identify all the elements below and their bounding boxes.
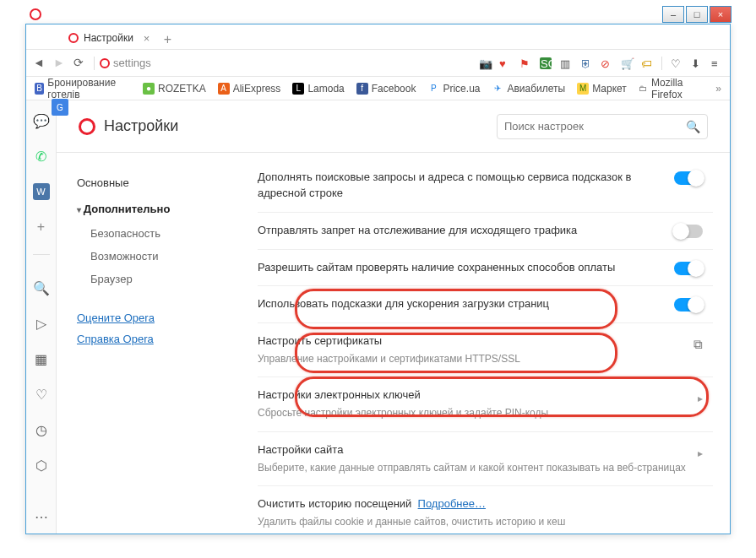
downloads-button[interactable]: ⬇ (691, 57, 703, 69)
bookmark-item-6[interactable]: ✈Авиабилеты (492, 83, 565, 95)
setting-security-keys[interactable]: Настройки электронных ключей Сбросьте на… (258, 377, 713, 431)
bookmark-item-5[interactable]: PPrice.ua (427, 83, 480, 95)
setting-site-settings[interactable]: Настройки сайта Выберите, какие данные о… (258, 431, 713, 485)
setting-clear-history[interactable]: Очистить историю посещений Подробнее… Уд… (258, 485, 713, 534)
nav-browser[interactable]: Браузер (77, 268, 237, 290)
nav-back-button[interactable]: ◄ (33, 56, 48, 71)
opera-logo-icon (30, 8, 41, 20)
easy-setup-button[interactable]: ≡ (711, 57, 723, 69)
sidebar-messenger-icon[interactable]: 💬 (33, 112, 50, 129)
ext-shield-icon[interactable]: ⛨ (580, 57, 592, 69)
ext-cart-icon[interactable]: 🛒 (621, 57, 633, 69)
nav-features[interactable]: Возможности (77, 245, 237, 268)
bookmark-label: Mozilla Firefox (651, 77, 704, 100)
ext-heart-icon[interactable]: ♥ (499, 57, 511, 69)
toolbar-separator (661, 57, 662, 70)
toolbar-extensions: 📷 ♥ ⚑ SG ▥ ⛨ ⊘ 🛒 🏷 ♡ ⬇ ≡ (479, 57, 723, 70)
setting-payment-check: Разрешить сайтам проверять наличие сохра… (258, 249, 713, 286)
bookmark-label: Бронирование готелів (47, 77, 131, 100)
bookmark-item-1[interactable]: ●ROZETKA (143, 83, 206, 95)
toggle-preload[interactable] (674, 298, 703, 312)
window-minimize-button[interactable]: – (662, 6, 684, 23)
sidebar-bookmarks-icon[interactable]: ♡ (33, 386, 50, 403)
settings-header: G Настройки 🔍 (57, 100, 730, 153)
nav-advanced[interactable]: Дополнительно (77, 196, 237, 222)
content-area: 💬 ✆ W + 🔍 ▷ ▦ ♡ ◷ ⬡ ⋯ G Настройки (26, 100, 730, 534)
browser-window: – □ × Настройки × + ◄ ► ⟳ settings 📷 ♥ ⚑… (25, 24, 731, 534)
page-margin-bottom (0, 534, 756, 558)
address-origin[interactable]: settings (100, 57, 151, 69)
nav-help-link[interactable]: Справка Opera (77, 328, 237, 349)
sidebar-divider (33, 254, 50, 261)
opera-sidebar: 💬 ✆ W + 🔍 ▷ ▦ ♡ ◷ ⬡ ⋯ (26, 100, 57, 534)
sidebar-flow-icon[interactable]: ▷ (33, 315, 50, 332)
address-bar: ◄ ► ⟳ settings 📷 ♥ ⚑ SG ▥ ⛨ ⊘ 🛒 🏷 ♡ ⬇ ≡ (26, 50, 730, 77)
bookmark-label: ROZETKA (158, 83, 206, 95)
nav-forward-button[interactable]: ► (53, 56, 68, 71)
sidebar-extensions-icon[interactable]: ⬡ (33, 457, 50, 474)
setting-certificates[interactable]: Настроить сертификаты Управление настрой… (258, 322, 713, 377)
bookmark-icon: ● (143, 83, 155, 95)
setting-label: Разрешить сайтам проверять наличие сохра… (258, 260, 666, 276)
sidebar-add-button[interactable]: + (33, 219, 50, 236)
sidebar-history-icon[interactable]: ◷ (33, 421, 50, 438)
tab-settings[interactable]: Настройки × (60, 27, 158, 49)
tab-strip: Настройки × + (26, 24, 730, 50)
bookmark-button[interactable]: ♡ (671, 57, 683, 69)
settings-search[interactable]: 🔍 (497, 114, 708, 139)
nav-rate-link[interactable]: Оцените Opera (77, 307, 237, 328)
window-close-button[interactable]: × (710, 6, 732, 23)
bookmark-icon: A (218, 83, 230, 95)
external-launch-icon: ⧉ (693, 337, 703, 352)
new-tab-button[interactable]: + (158, 30, 177, 49)
bookmark-icon: B (35, 83, 44, 95)
bookmark-icon: P (427, 83, 439, 95)
toggle-search-suggestions[interactable] (674, 171, 703, 185)
ext-tag-icon[interactable]: 🏷 (641, 57, 653, 69)
settings-page: G Настройки 🔍 Основные Дополнительно Без… (57, 100, 730, 534)
learn-more-link[interactable]: Подробнее… (418, 497, 486, 510)
window-maximize-button[interactable]: □ (686, 6, 708, 23)
nav-reload-button[interactable]: ⟳ (73, 56, 89, 71)
ext-savefrom-icon[interactable]: SG (540, 57, 552, 69)
page-margin-top (0, 0, 756, 24)
sidebar-settings-icon[interactable]: ⋯ (33, 508, 50, 525)
ext-compare-icon[interactable]: ▥ (560, 57, 572, 69)
bookmark-item-3[interactable]: LLamoda (292, 83, 344, 95)
bookmark-item-7[interactable]: MМаркет (577, 83, 627, 95)
ext-flag-icon[interactable]: ⚑ (519, 57, 531, 69)
sidebar-whatsapp-icon[interactable]: ✆ (33, 148, 50, 165)
bookmark-icon: L (292, 83, 304, 95)
bookmark-item-2[interactable]: AAliExpress (218, 83, 281, 95)
bookmark-item-8[interactable]: 🗀Mozilla Firefox (639, 77, 704, 100)
translate-badge-icon[interactable]: G (52, 99, 68, 116)
setting-title: Настройки сайта (258, 442, 689, 458)
bookmark-item-0[interactable]: BБронирование готелів (35, 77, 131, 100)
nav-basic[interactable]: Основные (77, 170, 237, 196)
setting-do-not-track: Отправлять запрет на отслеживание для ис… (258, 212, 713, 249)
setting-search-suggestions: Дополнять поисковые запросы и адреса с п… (258, 160, 713, 212)
toggle-do-not-track[interactable] (674, 225, 703, 238)
search-icon: 🔍 (686, 120, 700, 133)
ext-camera-icon[interactable]: 📷 (479, 57, 491, 69)
bookmark-item-4[interactable]: fFacebook (356, 83, 416, 95)
bookmark-icon: M (577, 83, 589, 95)
settings-main[interactable]: Дополнять поисковые запросы и адреса с п… (251, 153, 730, 534)
sidebar-search-icon[interactable]: 🔍 (33, 279, 50, 296)
nav-security[interactable]: Безопасность (77, 222, 237, 245)
settings-search-input[interactable] (504, 120, 686, 133)
setting-desc: Удалить файлы cookie и данные сайтов, оч… (258, 515, 703, 529)
toggle-payment-check[interactable] (674, 262, 703, 275)
opera-app-icon[interactable] (24, 6, 46, 23)
address-text: settings (113, 57, 151, 69)
settings-title: Настройки (79, 117, 178, 135)
ext-adblock-icon[interactable]: ⊘ (601, 57, 612, 69)
bookmarks-bar: BБронирование готелів ●ROZETKA AAliExpre… (26, 77, 730, 100)
bookmarks-overflow-button[interactable]: » (715, 83, 721, 95)
setting-label: Дополнять поисковые запросы и адреса с п… (258, 170, 666, 202)
tab-close-icon[interactable]: × (144, 32, 150, 45)
sidebar-vk-icon[interactable]: W (33, 183, 50, 200)
sidebar-speeddial-icon[interactable]: ▦ (33, 350, 50, 367)
setting-title: Настроить сертификаты (258, 333, 685, 349)
chevron-right-icon: ▸ (698, 393, 703, 404)
